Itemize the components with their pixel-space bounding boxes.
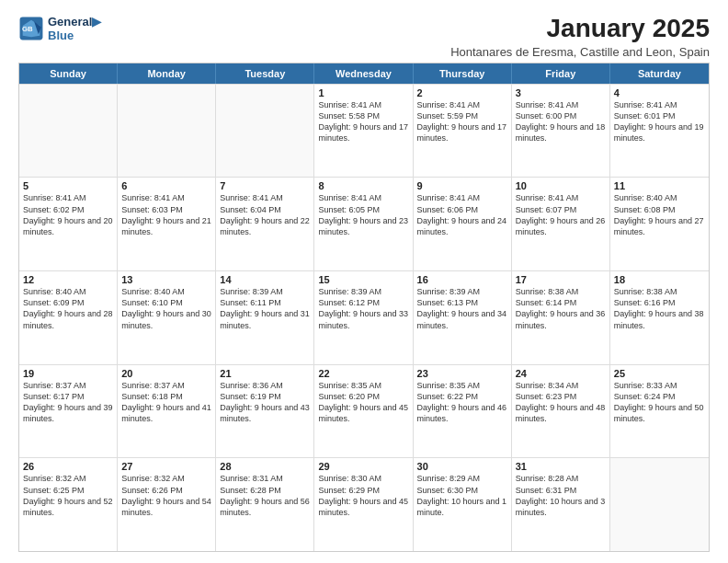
- day-cell-28: 28Sunrise: 8:31 AM Sunset: 6:28 PM Dayli…: [216, 458, 314, 551]
- day-info: Sunrise: 8:41 AM Sunset: 6:00 PM Dayligh…: [516, 99, 606, 144]
- svg-text:GB: GB: [22, 25, 33, 33]
- week-row-3: 12Sunrise: 8:40 AM Sunset: 6:09 PM Dayli…: [19, 270, 709, 364]
- day-number: 24: [516, 368, 606, 379]
- day-info: Sunrise: 8:39 AM Sunset: 6:12 PM Dayligh…: [318, 286, 408, 331]
- day-cell-13: 13Sunrise: 8:40 AM Sunset: 6:10 PM Dayli…: [118, 271, 216, 364]
- day-number: 27: [121, 461, 211, 472]
- day-cell-26: 26Sunrise: 8:32 AM Sunset: 6:25 PM Dayli…: [19, 458, 118, 551]
- day-cell-16: 16Sunrise: 8:39 AM Sunset: 6:13 PM Dayli…: [414, 271, 512, 364]
- day-cell-4: 4Sunrise: 8:41 AM Sunset: 6:01 PM Daylig…: [610, 85, 709, 178]
- day-cell-17: 17Sunrise: 8:38 AM Sunset: 6:14 PM Dayli…: [512, 271, 610, 364]
- day-number: 15: [318, 274, 408, 285]
- header-day-wednesday: Wednesday: [314, 63, 413, 84]
- day-number: 13: [121, 274, 211, 285]
- calendar: SundayMondayTuesdayWednesdayThursdayFrid…: [18, 63, 710, 552]
- day-cell-25: 25Sunrise: 8:33 AM Sunset: 6:24 PM Dayli…: [610, 365, 709, 458]
- day-cell-27: 27Sunrise: 8:32 AM Sunset: 6:26 PM Dayli…: [118, 458, 216, 551]
- day-number: 22: [318, 368, 408, 379]
- header-day-friday: Friday: [512, 63, 610, 84]
- day-info: Sunrise: 8:40 AM Sunset: 6:08 PM Dayligh…: [614, 192, 705, 237]
- day-number: 23: [417, 368, 507, 379]
- day-info: Sunrise: 8:41 AM Sunset: 6:06 PM Dayligh…: [417, 192, 507, 237]
- header-day-tuesday: Tuesday: [216, 63, 314, 84]
- day-info: Sunrise: 8:40 AM Sunset: 6:10 PM Dayligh…: [121, 286, 211, 331]
- day-number: 1: [318, 87, 408, 98]
- day-number: 30: [417, 461, 507, 472]
- day-number: 25: [614, 368, 705, 379]
- day-info: Sunrise: 8:41 AM Sunset: 6:05 PM Dayligh…: [318, 192, 408, 237]
- day-info: Sunrise: 8:32 AM Sunset: 6:25 PM Dayligh…: [23, 473, 113, 518]
- day-number: 18: [614, 274, 705, 285]
- day-number: 14: [220, 274, 310, 285]
- header-day-sunday: Sunday: [19, 63, 118, 84]
- empty-cell: [610, 458, 709, 551]
- day-number: 17: [516, 274, 606, 285]
- day-cell-30: 30Sunrise: 8:29 AM Sunset: 6:30 PM Dayli…: [414, 458, 512, 551]
- day-info: Sunrise: 8:34 AM Sunset: 6:23 PM Dayligh…: [516, 380, 606, 425]
- day-cell-3: 3Sunrise: 8:41 AM Sunset: 6:00 PM Daylig…: [512, 85, 610, 178]
- day-info: Sunrise: 8:39 AM Sunset: 6:13 PM Dayligh…: [417, 286, 507, 331]
- day-cell-12: 12Sunrise: 8:40 AM Sunset: 6:09 PM Dayli…: [19, 271, 118, 364]
- main-title: January 2025: [450, 15, 710, 43]
- day-cell-23: 23Sunrise: 8:35 AM Sunset: 6:22 PM Dayli…: [414, 365, 512, 458]
- day-info: Sunrise: 8:32 AM Sunset: 6:26 PM Dayligh…: [121, 473, 211, 518]
- day-info: Sunrise: 8:41 AM Sunset: 6:01 PM Dayligh…: [614, 99, 705, 144]
- page: GB General▶ Blue January 2025 Hontanares…: [0, 0, 728, 563]
- day-cell-1: 1Sunrise: 8:41 AM Sunset: 5:58 PM Daylig…: [314, 85, 413, 178]
- day-cell-29: 29Sunrise: 8:30 AM Sunset: 6:29 PM Dayli…: [314, 458, 413, 551]
- day-info: Sunrise: 8:37 AM Sunset: 6:18 PM Dayligh…: [121, 380, 211, 425]
- day-number: 29: [318, 461, 408, 472]
- day-info: Sunrise: 8:35 AM Sunset: 6:22 PM Dayligh…: [417, 380, 507, 425]
- title-block: January 2025 Hontanares de Eresma, Casti…: [450, 15, 710, 59]
- header-day-monday: Monday: [118, 63, 216, 84]
- day-number: 21: [220, 368, 310, 379]
- week-row-5: 26Sunrise: 8:32 AM Sunset: 6:25 PM Dayli…: [19, 457, 709, 551]
- day-cell-21: 21Sunrise: 8:36 AM Sunset: 6:19 PM Dayli…: [216, 365, 314, 458]
- day-info: Sunrise: 8:41 AM Sunset: 6:04 PM Dayligh…: [220, 192, 310, 237]
- day-cell-14: 14Sunrise: 8:39 AM Sunset: 6:11 PM Dayli…: [216, 271, 314, 364]
- day-cell-10: 10Sunrise: 8:41 AM Sunset: 6:07 PM Dayli…: [512, 178, 610, 270]
- day-info: Sunrise: 8:33 AM Sunset: 6:24 PM Dayligh…: [614, 380, 705, 425]
- day-info: Sunrise: 8:30 AM Sunset: 6:29 PM Dayligh…: [318, 473, 408, 518]
- day-cell-15: 15Sunrise: 8:39 AM Sunset: 6:12 PM Dayli…: [314, 271, 413, 364]
- day-info: Sunrise: 8:40 AM Sunset: 6:09 PM Dayligh…: [23, 286, 113, 331]
- day-cell-5: 5Sunrise: 8:41 AM Sunset: 6:02 PM Daylig…: [19, 178, 118, 270]
- subtitle: Hontanares de Eresma, Castille and Leon,…: [450, 45, 710, 59]
- calendar-body: 1Sunrise: 8:41 AM Sunset: 5:58 PM Daylig…: [19, 84, 709, 551]
- day-number: 16: [417, 274, 507, 285]
- day-info: Sunrise: 8:29 AM Sunset: 6:30 PM Dayligh…: [417, 473, 507, 518]
- week-row-1: 1Sunrise: 8:41 AM Sunset: 5:58 PM Daylig…: [19, 84, 709, 178]
- day-number: 4: [614, 87, 705, 98]
- empty-cell: [19, 85, 118, 178]
- day-number: 11: [614, 180, 705, 191]
- day-cell-8: 8Sunrise: 8:41 AM Sunset: 6:05 PM Daylig…: [314, 178, 413, 270]
- day-cell-19: 19Sunrise: 8:37 AM Sunset: 6:17 PM Dayli…: [19, 365, 118, 458]
- logo: GB General▶ Blue: [18, 15, 101, 42]
- day-cell-20: 20Sunrise: 8:37 AM Sunset: 6:18 PM Dayli…: [118, 365, 216, 458]
- empty-cell: [118, 85, 216, 178]
- day-number: 7: [220, 180, 310, 191]
- day-info: Sunrise: 8:36 AM Sunset: 6:19 PM Dayligh…: [220, 380, 310, 425]
- day-cell-2: 2Sunrise: 8:41 AM Sunset: 5:59 PM Daylig…: [414, 85, 512, 178]
- header-day-thursday: Thursday: [414, 63, 512, 84]
- day-info: Sunrise: 8:41 AM Sunset: 6:03 PM Dayligh…: [121, 192, 211, 237]
- day-number: 9: [417, 180, 507, 191]
- day-info: Sunrise: 8:41 AM Sunset: 6:02 PM Dayligh…: [23, 192, 113, 237]
- day-cell-6: 6Sunrise: 8:41 AM Sunset: 6:03 PM Daylig…: [118, 178, 216, 270]
- day-number: 26: [23, 461, 113, 472]
- day-info: Sunrise: 8:38 AM Sunset: 6:16 PM Dayligh…: [614, 286, 705, 331]
- day-number: 3: [516, 87, 606, 98]
- day-info: Sunrise: 8:31 AM Sunset: 6:28 PM Dayligh…: [220, 473, 310, 518]
- day-number: 31: [516, 461, 606, 472]
- day-number: 28: [220, 461, 310, 472]
- day-number: 20: [121, 368, 211, 379]
- day-info: Sunrise: 8:41 AM Sunset: 6:07 PM Dayligh…: [516, 192, 606, 237]
- day-info: Sunrise: 8:41 AM Sunset: 5:58 PM Dayligh…: [318, 99, 408, 144]
- week-row-4: 19Sunrise: 8:37 AM Sunset: 6:17 PM Dayli…: [19, 364, 709, 458]
- empty-cell: [216, 85, 314, 178]
- logo-icon: GB: [18, 16, 44, 41]
- header-day-saturday: Saturday: [610, 63, 709, 84]
- header: GB General▶ Blue January 2025 Hontanares…: [18, 15, 710, 59]
- week-row-2: 5Sunrise: 8:41 AM Sunset: 6:02 PM Daylig…: [19, 177, 709, 270]
- day-cell-22: 22Sunrise: 8:35 AM Sunset: 6:20 PM Dayli…: [314, 365, 413, 458]
